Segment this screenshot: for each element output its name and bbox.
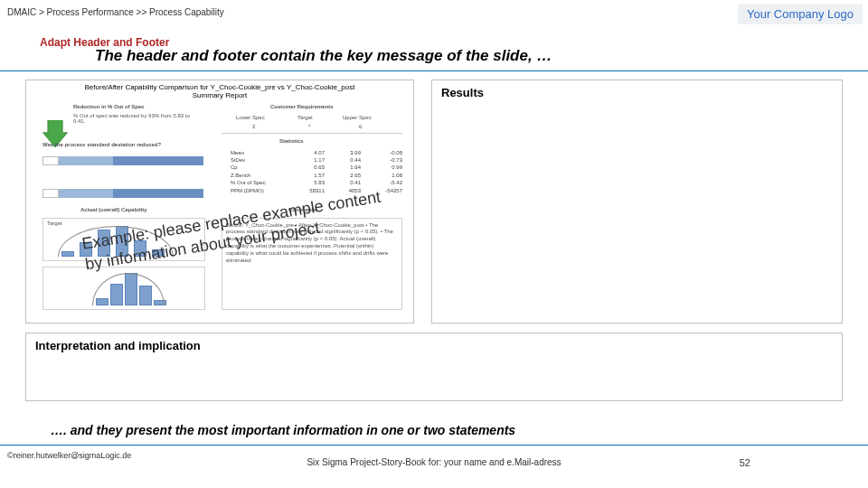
stat-col-before: 4.07 1.17 0.65 1.57 5.83 58311 xyxy=(297,149,325,194)
page-number: 52 xyxy=(740,457,750,468)
stat-col-after: 3.99 0.44 1.64 2.65 0.41 4053 xyxy=(334,149,361,194)
footer-center-text: Six Sigma Project-Story-Book for: your n… xyxy=(0,457,868,467)
capability-chart-panel: Before/After Capability Comparison for Y… xyxy=(25,80,414,324)
breadcrumb: DMAIC > Process Performance >> Process C… xyxy=(7,7,224,17)
upper-spec-value: 6 xyxy=(359,124,362,129)
header-divider xyxy=(0,70,868,71)
before-hist-box: Target xyxy=(42,218,205,261)
comments-label: Comments xyxy=(288,207,316,212)
arrow-caption: Reduction in % Out of Spec xyxy=(73,104,145,109)
divider xyxy=(222,133,402,134)
stat-row-labels: Mean StDev Cp Z.Bench % Out of Spec PPM … xyxy=(231,149,266,194)
statistics-label: Statistics xyxy=(279,138,304,144)
comments-body: Before: Y_Choc-Cookie_pre • After: Y_Cho… xyxy=(226,222,398,265)
after-hist-box xyxy=(42,267,205,310)
results-panel: Results xyxy=(431,80,843,324)
lower-spec-value: 2 xyxy=(252,124,255,129)
comments-box: Before: Y_Choc-Cookie_pre • After: Y_Cho… xyxy=(222,218,402,310)
pvalue-bar-2 xyxy=(42,185,205,194)
actual-cap-label: Actual (overall) Capability xyxy=(80,207,147,212)
interpretation-heading: Interpretation and implication xyxy=(26,333,842,358)
pvalue-bar-1 xyxy=(42,153,205,162)
footer-divider xyxy=(0,445,868,446)
stat-col-change: -0.08 -0.73 0.99 1.08 -5.42 -54257 xyxy=(370,149,402,194)
results-heading: Results xyxy=(432,80,842,105)
slide-subtitle: …. and they present the most important i… xyxy=(51,423,515,437)
target-value: * xyxy=(308,124,310,129)
company-logo-placeholder: Your Company Logo xyxy=(738,4,863,24)
upper-spec-label: Upper Spec xyxy=(343,115,372,120)
arrow-detail: % Out of spec was reduced by 93% from 5.… xyxy=(73,113,200,124)
customer-req-label: Customer Requirements xyxy=(270,104,334,109)
lower-spec-label: Lower Spec xyxy=(236,115,265,120)
slide-title: The header and footer contain the key me… xyxy=(95,47,552,65)
stdev-question: Was the process standard deviation reduc… xyxy=(42,142,161,147)
target-label: Target xyxy=(297,115,313,120)
chart-report-title: Before/After Capability Comparison for Y… xyxy=(26,84,413,100)
interpretation-panel: Interpretation and implication xyxy=(25,333,843,401)
